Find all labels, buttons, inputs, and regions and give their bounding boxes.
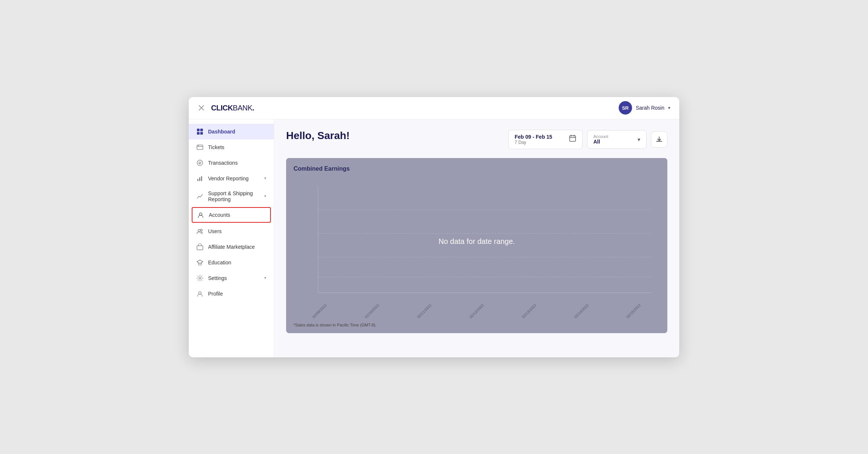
main-content: Hello, Sarah! Feb 09 - Feb 15 7 Day xyxy=(274,119,679,357)
settings-chevron: ▾ xyxy=(264,276,266,280)
sidebar-item-users[interactable]: Users xyxy=(189,223,274,239)
svg-rect-10 xyxy=(199,177,200,181)
sidebar-label-users: Users xyxy=(208,228,266,234)
sidebar-item-dashboard[interactable]: Dashboard xyxy=(189,124,274,139)
sidebar-item-tickets[interactable]: Tickets xyxy=(189,139,274,155)
account-label: Account xyxy=(593,134,635,139)
svg-rect-2 xyxy=(197,132,200,135)
app-window: CLICKBANK. SR Sarah Rosin ▾ xyxy=(189,97,679,357)
svg-rect-18 xyxy=(570,136,576,141)
settings-icon xyxy=(196,274,204,282)
logo-click: CLICK xyxy=(211,104,233,112)
svg-point-16 xyxy=(199,277,201,279)
education-icon xyxy=(196,259,204,266)
profile-icon xyxy=(196,290,204,297)
sidebar: Dashboard Tickets xyxy=(189,119,274,357)
sidebar-label-dashboard: Dashboard xyxy=(208,129,266,135)
vendor-reporting-chevron: ▾ xyxy=(264,176,266,181)
download-button[interactable] xyxy=(651,131,667,148)
account-value: All xyxy=(593,139,635,145)
svg-rect-3 xyxy=(200,132,203,135)
x-label-1: 02/10/2022 xyxy=(364,303,380,319)
grid-icon xyxy=(196,128,204,135)
sidebar-label-accounts: Accounts xyxy=(209,212,266,218)
sidebar-item-accounts[interactable]: Accounts xyxy=(192,207,271,223)
sidebar-label-profile: Profile xyxy=(208,291,266,297)
svg-rect-1 xyxy=(200,129,203,131)
sidebar-label-tickets: Tickets xyxy=(208,144,266,150)
sidebar-item-affiliate-marketplace[interactable]: Affiliate Marketplace xyxy=(189,239,274,255)
users-icon xyxy=(196,228,204,235)
top-bar-right: SR Sarah Rosin ▾ xyxy=(619,101,670,115)
bar-chart-icon xyxy=(196,175,204,182)
svg-point-13 xyxy=(198,229,200,232)
sidebar-item-profile[interactable]: Profile xyxy=(189,286,274,302)
trend-icon xyxy=(196,193,204,200)
svg-point-14 xyxy=(201,229,203,231)
user-name: Sarah Rosin xyxy=(636,105,664,111)
chart-title: Combined Earnings xyxy=(294,165,660,172)
date-picker-text: Feb 09 - Feb 15 7 Day xyxy=(515,134,552,145)
x-label-2: 02/11/2022 xyxy=(417,303,433,319)
support-shipping-chevron: ▾ xyxy=(264,194,266,199)
sidebar-item-settings[interactable]: Settings ▾ xyxy=(189,270,274,286)
x-label-6: 02/15/2022 xyxy=(626,303,642,319)
x-label-5: 02/14/2022 xyxy=(573,303,589,319)
account-icon xyxy=(197,211,204,219)
sidebar-item-education[interactable]: Education xyxy=(189,255,274,270)
sidebar-label-transactions: Transactions xyxy=(208,160,266,166)
svg-rect-9 xyxy=(197,179,198,181)
close-button[interactable] xyxy=(198,104,205,112)
svg-rect-0 xyxy=(197,129,200,131)
sidebar-label-support-shipping: Support & Shipping Reporting xyxy=(208,190,260,202)
chart-container: Combined Earnings No data for date range… xyxy=(286,158,667,333)
chart-x-axis: 02/09/2022 02/10/2022 02/11/2022 02/12/2… xyxy=(294,306,660,319)
svg-rect-15 xyxy=(197,246,203,250)
avatar: SR xyxy=(619,101,632,115)
date-range: Feb 09 - Feb 15 xyxy=(515,134,552,140)
x-label-0: 02/09/2022 xyxy=(312,303,328,319)
body-layout: Dashboard Tickets xyxy=(189,119,679,357)
account-select-inner: Account All xyxy=(593,134,635,145)
marketplace-icon xyxy=(196,243,204,251)
logo-bank: BANK xyxy=(233,104,252,112)
chart-footer: *Sales data is shown in Pacific Time (GM… xyxy=(294,319,660,333)
sidebar-label-settings: Settings xyxy=(208,275,260,281)
header-controls: Feb 09 - Feb 15 7 Day xyxy=(508,130,667,149)
logo: CLICKBANK. xyxy=(211,104,255,112)
calendar-icon xyxy=(569,135,576,144)
ticket-icon xyxy=(196,144,204,151)
sidebar-label-education: Education xyxy=(208,260,266,265)
user-menu-chevron[interactable]: ▾ xyxy=(668,105,670,110)
sidebar-label-vendor-reporting: Vendor Reporting xyxy=(208,176,260,181)
x-label-3: 02/12/2022 xyxy=(469,303,485,319)
account-select-chevron: ▾ xyxy=(638,136,640,142)
sidebar-label-affiliate-marketplace: Affiliate Marketplace xyxy=(208,244,266,250)
sidebar-item-vendor-reporting[interactable]: Vendor Reporting ▾ xyxy=(189,171,274,186)
svg-point-8 xyxy=(199,162,201,164)
x-label-4: 02/13/2022 xyxy=(521,303,537,319)
page-title: Hello, Sarah! xyxy=(286,130,350,142)
date-picker[interactable]: Feb 09 - Feb 15 7 Day xyxy=(508,130,583,149)
account-select[interactable]: Account All ▾ xyxy=(587,130,647,149)
svg-point-7 xyxy=(197,160,203,165)
svg-rect-11 xyxy=(201,176,202,181)
sidebar-item-support-shipping[interactable]: Support & Shipping Reporting ▾ xyxy=(189,186,274,206)
date-subtext: 7 Day xyxy=(515,140,552,145)
sidebar-item-transactions[interactable]: Transactions xyxy=(189,155,274,171)
transaction-icon xyxy=(196,159,204,167)
chart-body: No data for date range. xyxy=(294,178,660,305)
logo-dot: . xyxy=(252,104,255,112)
svg-rect-4 xyxy=(197,145,203,149)
top-bar: CLICKBANK. SR Sarah Rosin ▾ xyxy=(189,97,679,119)
page-header: Hello, Sarah! Feb 09 - Feb 15 7 Day xyxy=(286,130,667,149)
